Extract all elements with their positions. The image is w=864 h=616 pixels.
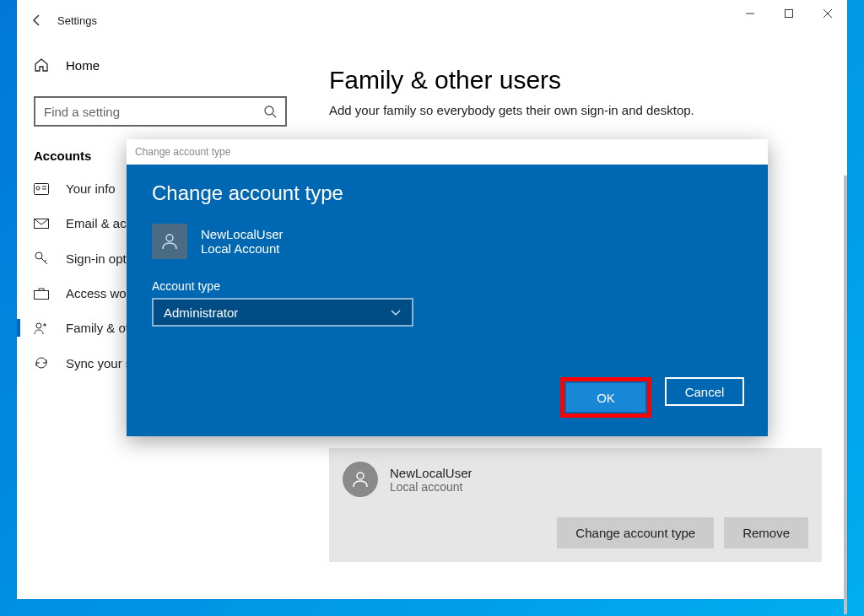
change-account-type-button[interactable]: Change account type — [557, 517, 714, 548]
briefcase-icon — [34, 288, 54, 300]
nav-home[interactable]: Home — [17, 49, 304, 81]
svg-rect-10 — [35, 290, 49, 299]
svg-point-9 — [35, 252, 42, 259]
highlight-box: OK — [560, 377, 651, 418]
user-subtitle: Local account — [390, 480, 472, 494]
svg-point-13 — [166, 235, 173, 241]
window-title: Settings — [57, 14, 97, 27]
minimize-button[interactable] — [731, 0, 770, 27]
home-icon — [34, 57, 54, 73]
scrollbar[interactable] — [844, 176, 847, 614]
user-name: NewLocalUser — [390, 466, 472, 480]
cancel-button[interactable]: Cancel — [665, 377, 744, 406]
change-account-type-dialog: Change account type Change account type … — [127, 139, 768, 436]
maximize-button[interactable] — [770, 0, 808, 27]
dialog-avatar — [152, 224, 187, 259]
nav-home-label: Home — [66, 58, 100, 73]
person-icon — [351, 470, 370, 489]
svg-point-11 — [36, 323, 41, 328]
avatar — [343, 462, 378, 497]
search-input[interactable]: Find a setting — [34, 96, 287, 127]
page-description: Add your family so everybody gets their … — [329, 101, 822, 119]
dialog-user-name: NewLocalUser — [201, 227, 284, 241]
close-button[interactable] — [808, 0, 847, 27]
titlebar: Settings — [17, 0, 847, 41]
person-icon — [160, 232, 179, 251]
account-type-dropdown[interactable]: Administrator — [152, 298, 413, 327]
user-card: NewLocalUser Local account Change accoun… — [329, 448, 822, 562]
arrow-left-icon — [30, 14, 44, 27]
back-button[interactable] — [17, 0, 57, 41]
window-controls — [731, 0, 847, 27]
id-card-icon — [34, 183, 54, 195]
chevron-down-icon — [390, 306, 402, 318]
svg-point-5 — [36, 186, 40, 190]
nav-label: Your info — [66, 181, 116, 196]
search-icon — [263, 105, 277, 118]
search-placeholder: Find a setting — [44, 105, 120, 119]
ok-button[interactable]: OK — [566, 383, 645, 412]
account-type-label: Account type — [152, 279, 742, 293]
key-icon — [34, 251, 54, 266]
svg-point-12 — [357, 473, 364, 479]
mail-icon — [34, 219, 54, 229]
dialog-titlebar: Change account type — [127, 139, 768, 165]
dialog-heading: Change account type — [152, 181, 742, 205]
svg-point-2 — [265, 106, 273, 115]
dialog-user-subtitle: Local Account — [201, 241, 284, 256]
remove-button[interactable]: Remove — [724, 517, 808, 548]
svg-line-3 — [273, 114, 276, 117]
page-title: Family & other users — [329, 66, 822, 95]
dropdown-value: Administrator — [164, 305, 238, 320]
svg-rect-1 — [786, 10, 793, 18]
sync-icon — [34, 355, 54, 370]
people-icon — [34, 322, 54, 335]
